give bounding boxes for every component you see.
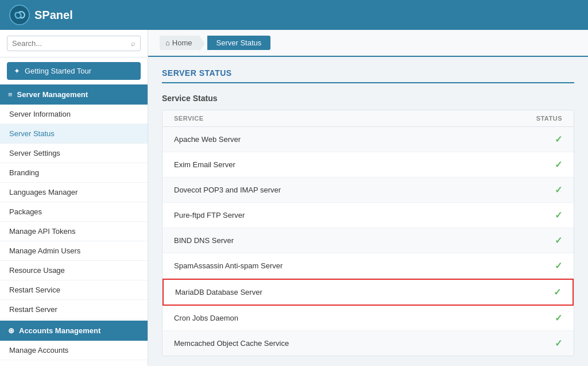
accounts-management-label: Accounts Management <box>19 326 100 335</box>
table-header: SERVICE STATUS <box>163 110 574 127</box>
status-check-icon: ✓ <box>555 260 562 271</box>
section-subtitle: Service Status <box>162 94 574 103</box>
breadcrumb-home-label: Home <box>172 38 192 47</box>
main-layout: ⌕ ✦ Getting Started Tour ≡ Server Manage… <box>0 30 588 366</box>
logo: SPanel <box>9 5 73 25</box>
sidebar-item-restart-server[interactable]: Restart Server <box>0 300 148 319</box>
service-name: Cron Jobs Daemon <box>174 314 238 322</box>
accounts-management-section: ⊛ Accounts Management <box>0 321 148 341</box>
sidebar-item-server-settings[interactable]: Server Settings <box>0 144 148 163</box>
getting-started-icon: ✦ <box>14 67 20 75</box>
sidebar: ⌕ ✦ Getting Started Tour ≡ Server Manage… <box>0 30 148 366</box>
table-row: Cron Jobs Daemon ✓ <box>163 306 574 331</box>
service-name: Pure-ftpd FTP Server <box>174 211 245 219</box>
table-row: Pure-ftpd FTP Server ✓ <box>163 203 574 228</box>
search-icon: ⌕ <box>131 39 136 48</box>
sidebar-item-manage-api-tokens[interactable]: Manage API Tokens <box>0 222 148 241</box>
search-input[interactable] <box>12 39 131 48</box>
server-management-section: ≡ Server Management <box>0 84 148 105</box>
breadcrumb-current-label: Server Status <box>216 38 262 47</box>
server-management-icon: ≡ <box>8 90 13 99</box>
sidebar-item-manage-accounts[interactable]: Manage Accounts <box>0 341 148 360</box>
status-check-icon: ✓ <box>554 287 561 298</box>
status-check-icon: ✓ <box>555 134 562 145</box>
home-icon: ⌂ <box>165 38 170 47</box>
service-name: BIND DNS Server <box>174 236 234 245</box>
table-row: SpamAssassin Anti-spam Server ✓ <box>163 253 574 279</box>
table-row-highlighted: MariaDB Database Server ✓ <box>163 279 574 306</box>
table-row: Apache Web Server ✓ <box>163 127 574 152</box>
service-name: Memcached Object Cache Service <box>174 339 289 348</box>
table-row: BIND DNS Server ✓ <box>163 228 574 253</box>
server-management-label: Server Management <box>17 90 88 99</box>
spanel-logo-icon <box>9 5 30 25</box>
svg-point-0 <box>10 5 29 25</box>
status-check-icon: ✓ <box>555 159 562 170</box>
service-table: SERVICE STATUS Apache Web Server ✓ Exim … <box>162 110 574 356</box>
table-row: Dovecot POP3 and IMAP server ✓ <box>163 178 574 203</box>
col-service: SERVICE <box>174 115 204 122</box>
page-content: SERVER STATUS Service Status SERVICE STA… <box>148 57 588 366</box>
breadcrumb-bar: ⌂ Home Server Status <box>148 30 588 57</box>
status-check-icon: ✓ <box>555 210 562 221</box>
sidebar-item-restart-service[interactable]: Restart Service <box>0 280 148 300</box>
status-check-icon: ✓ <box>555 235 562 246</box>
page-title: SERVER STATUS <box>162 68 574 83</box>
getting-started-label: Getting Started Tour <box>25 67 91 75</box>
sidebar-item-packages[interactable]: Packages <box>0 202 148 222</box>
sidebar-item-create-new-account[interactable]: Create a New Account <box>0 360 148 366</box>
sidebar-item-server-information[interactable]: Server Information <box>0 105 148 124</box>
breadcrumb-current: Server Status <box>207 36 271 50</box>
content-area: ⌂ Home Server Status SERVER STATUS Servi… <box>148 30 588 366</box>
accounts-management-icon: ⊛ <box>8 326 14 335</box>
sidebar-item-server-status[interactable]: Server Status <box>0 124 148 144</box>
status-check-icon: ✓ <box>555 184 562 195</box>
col-status: STATUS <box>536 115 562 122</box>
service-name: Exim Email Server <box>174 160 235 169</box>
table-row: Memcached Object Cache Service ✓ <box>163 331 574 356</box>
header: SPanel <box>0 0 588 30</box>
status-check-icon: ✓ <box>555 338 562 349</box>
search-input-wrapper[interactable]: ⌕ <box>7 36 141 51</box>
sidebar-item-branding[interactable]: Branding <box>0 163 148 183</box>
service-name: Dovecot POP3 and IMAP server <box>174 186 281 194</box>
search-box: ⌕ <box>0 30 148 57</box>
status-check-icon: ✓ <box>555 313 562 323</box>
service-name: SpamAssassin Anti-spam Server <box>174 261 283 270</box>
sidebar-item-manage-admin-users[interactable]: Manage Admin Users <box>0 241 148 261</box>
table-row: Exim Email Server ✓ <box>163 152 574 178</box>
sidebar-item-languages-manager[interactable]: Languages Manager <box>0 183 148 202</box>
app-title: SPanel <box>34 9 73 22</box>
sidebar-item-resource-usage[interactable]: Resource Usage <box>0 261 148 280</box>
breadcrumb-home[interactable]: ⌂ Home <box>160 36 199 50</box>
getting-started-button[interactable]: ✦ Getting Started Tour <box>7 62 141 80</box>
service-name: MariaDB Database Server <box>175 288 262 296</box>
service-name: Apache Web Server <box>174 135 241 144</box>
